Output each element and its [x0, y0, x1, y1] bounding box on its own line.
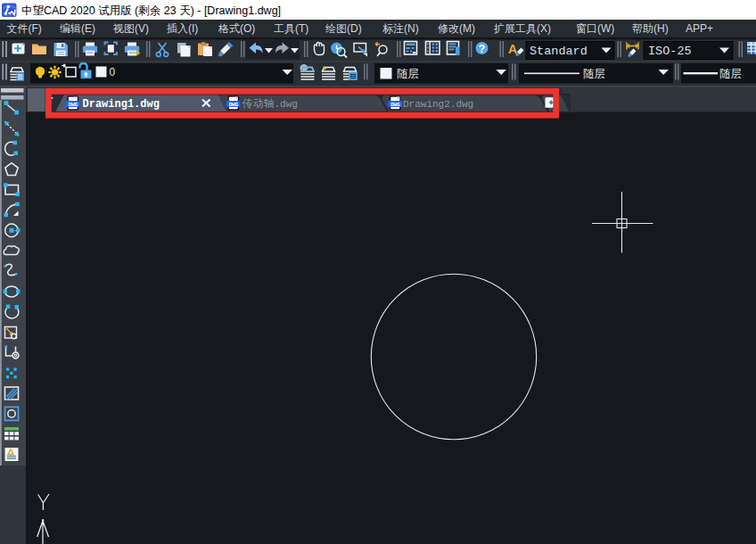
svg-text:格式(O): 格式(O) — [218, 22, 255, 35]
svg-text:随层: 随层 — [397, 68, 419, 80]
svg-text:0: 0 — [110, 66, 116, 78]
svg-text:随层: 随层 — [583, 68, 605, 80]
svg-text:APP+: APP+ — [686, 22, 713, 35]
svg-text:传动轴.dwg: 传动轴.dwg — [242, 97, 298, 110]
svg-text:窗口(W): 窗口(W) — [576, 22, 614, 35]
svg-text:中望CAD 2020 试用版 (剩余 23 天) - [Dr: 中望CAD 2020 试用版 (剩余 23 天) - [Drawing1.dwg… — [21, 4, 281, 17]
svg-text:帮助(H): 帮助(H) — [632, 22, 669, 35]
svg-text:修改(M): 修改(M) — [438, 22, 475, 35]
svg-text:随层: 随层 — [719, 68, 742, 80]
svg-text:标注(N): 标注(N) — [382, 22, 419, 35]
svg-text:扩展工具(X): 扩展工具(X) — [493, 22, 551, 35]
svg-text:工具(T): 工具(T) — [274, 22, 308, 35]
svg-text:Standard: Standard — [530, 45, 588, 58]
svg-text:?: ? — [479, 43, 485, 55]
svg-text:ISO-25: ISO-25 — [648, 45, 692, 58]
svg-text:编辑(E): 编辑(E) — [60, 22, 95, 35]
svg-text:绘图(D): 绘图(D) — [325, 22, 362, 35]
svg-text:Drawing1.dwg: Drawing1.dwg — [83, 98, 160, 111]
svg-text:A: A — [508, 42, 517, 56]
svg-text:视图(V): 视图(V) — [112, 22, 149, 35]
svg-text:插入(I): 插入(I) — [167, 22, 198, 35]
svg-text:文件(F): 文件(F) — [7, 22, 42, 35]
svg-text:Drawing2.dwg: Drawing2.dwg — [403, 99, 473, 110]
